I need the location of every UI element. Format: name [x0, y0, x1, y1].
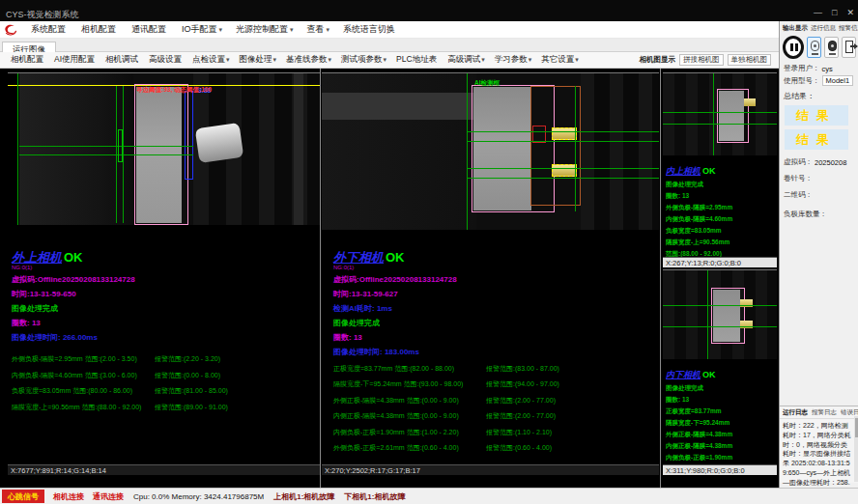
cpu-memory-status: Cpu: 0.0% Memory: 3424.41796875M [133, 492, 264, 501]
pause-button[interactable] [783, 36, 804, 59]
view-separator [660, 69, 661, 488]
roi-pink-box [711, 288, 745, 344]
webcam-icon [811, 41, 819, 51]
cam1-proc-time: 图像处理时间: 266.00ms [12, 332, 316, 343]
cam3-line: 外侧负极-隔膜=2.95mm [666, 204, 776, 212]
camera-view-mode-strip: 相机图显示 拼接相机图 单独相机图 [640, 54, 772, 66]
measure-row: 内侧负极-正极=1.90mm 范围:(1.00 - 2.20)报警范围:(1.1… [333, 428, 652, 437]
cam3-results: 内上相机OK 图像处理完成 圈数: 13 外侧负极-隔膜=2.95mm 内侧负极… [666, 160, 776, 259]
toolbar-other-settings[interactable]: 其它设置▾ [536, 54, 584, 66]
view-mode-label: 相机图显示 [640, 55, 676, 65]
toolbar-camera-config[interactable]: 相机配置 [6, 54, 49, 66]
view-mode-single[interactable]: 单独相机图 [728, 54, 772, 66]
toolbar-advanced-debug[interactable]: 高级调试▾ [443, 54, 490, 66]
cam1-ng-count: NG:0(1) [12, 265, 316, 270]
roi-pink-box [717, 89, 749, 143]
app-logo-icon [3, 23, 18, 37]
model-value[interactable]: Model1 [822, 75, 854, 86]
toolbar-camera-debug[interactable]: 相机调试 [100, 54, 144, 66]
camera-connect-indicator: 相机连接 [53, 491, 84, 502]
cam3-line: 负极宽度=83.05mm [666, 227, 776, 236]
dock-tab-alarm-info[interactable]: 报警信息 [839, 24, 858, 33]
total-result-label: 总结果： [780, 86, 858, 101]
lower-camera-fault: 下相机1:相机故障 [344, 491, 405, 502]
exit-button[interactable] [842, 37, 856, 58]
main-view-area: 73.88 寻边阈值:93, 动态阈值:100 外上相机OK NG:0(1) 虚… [0, 69, 779, 488]
cam1-viewport[interactable]: 73.88 寻边阈值:93, 动态阈值:100 [8, 72, 320, 225]
cam4-line: 内侧负极-正极=1.90mm [666, 454, 776, 462]
cam3-status: OK [702, 166, 716, 176]
login-user-value: cys [822, 65, 833, 73]
tab-strip: 运行图像 [0, 39, 779, 52]
cam4-line: 内侧正极-隔膜=4.38mm [666, 442, 776, 451]
close-button[interactable]: ✕ [846, 8, 854, 17]
menu-item-comm-config[interactable]: 通讯配置 [125, 23, 175, 36]
machine-strip [294, 73, 303, 225]
log-tab-alarm[interactable]: 报警日志 [812, 408, 837, 417]
tab-highlight [552, 164, 577, 177]
toolbar-test-item-params[interactable]: 测试项参数▾ [336, 54, 391, 66]
cam2-count: 圈数: 13 [333, 332, 652, 343]
cam3-line: 隔膜宽度-上=90.56mm [666, 238, 776, 247]
cam2-barcode: 虚拟码:Offline20250208133124728 [333, 274, 652, 285]
cam1-done: 图像处理完成 [12, 303, 316, 314]
cam4-viewport[interactable] [663, 269, 777, 359]
log-scrollbar[interactable] [854, 416, 858, 482]
cam2-status: OK [386, 250, 405, 265]
green-marker-box [118, 129, 123, 162]
edge-threshold-label: 寻边阈值:93, 动态阈值:100 [136, 86, 212, 95]
toolbar-ai-use-config[interactable]: AI使用配置 [49, 54, 100, 66]
measure-row: 隔膜宽度-上=90.56mm 范围:(88.00 - 92.00)报警范围:(8… [12, 403, 316, 412]
cam1-barcode: 虚拟码:Offline20250208133124728 [12, 274, 316, 285]
toolbar-advanced-settings[interactable]: 高级设置 [144, 54, 187, 66]
qr-code-label: 二维码： [784, 190, 813, 200]
green-guide-line [663, 326, 777, 327]
upper-camera-fault: 上相机1:相机故障 [273, 491, 334, 502]
log-tabs: 运行日志 报警日志 错误日志 [780, 406, 858, 419]
cam1-time: 时间:13-31-59-650 [12, 289, 316, 299]
cam2-results: 外下相机OK NG:0(1) 虚拟码:Offline20250208133124… [333, 248, 652, 453]
cam3-viewport[interactable] [663, 72, 777, 155]
vcode-label: 虚拟码： [784, 157, 813, 167]
toolbar-image-processing[interactable]: 图像处理▾ [235, 54, 282, 66]
camera-view-button[interactable] [807, 37, 821, 58]
dock-tab-run-info[interactable]: 运行信息 [811, 24, 836, 33]
machine-band [322, 93, 474, 120]
view-mode-stitched[interactable]: 拼接相机图 [679, 54, 724, 66]
cam4-line: 外侧正极-隔膜=4.38mm [666, 431, 776, 439]
toolbar-spot-check-settings[interactable]: 点检设置▾ [187, 54, 235, 66]
model-label: 使用型号： [784, 76, 820, 86]
menu-item-light-control-config[interactable]: 光源控制配置▾ [229, 23, 300, 36]
menu-item-io-hand-config[interactable]: IO手配置▾ [175, 23, 229, 36]
log-panel: 运行日志 报警日志 错误日志 耗时：222，网络检测耗时：17，网络分类耗时：0… [780, 406, 858, 483]
toolbar-baseline-params[interactable]: 基准线参数▾ [281, 54, 336, 66]
cam2-proc-time: 图像处理时间: 183.00ms [333, 347, 652, 357]
maximize-button[interactable]: □ [832, 8, 837, 17]
camera-dark-button[interactable] [824, 37, 839, 58]
green-guide-line [663, 124, 777, 125]
roi-orange-box [530, 86, 581, 206]
menu-item-view[interactable]: 查看▾ [300, 23, 337, 36]
tab-highlight [552, 127, 577, 140]
cam3-title: 内上相机 [666, 166, 701, 176]
log-tab-run[interactable]: 运行日志 [783, 408, 808, 417]
cam3-line: 圈数: 13 [666, 192, 776, 201]
menu-item-language-switch[interactable]: 系统语言切换 [336, 23, 404, 36]
dock-buttons [780, 35, 858, 62]
menu-item-camera-config[interactable]: 相机配置 [74, 23, 125, 36]
heartbeat-indicator: 心跳信号 [2, 490, 44, 503]
cam4-coords-bar: X:311;Y:980;R:0;G:0;B:0 [663, 464, 777, 475]
green-guide-line [467, 141, 659, 142]
green-guide-line [707, 270, 708, 359]
dock-tab-output[interactable]: 输出显示 [783, 24, 808, 33]
gripper-clamp [195, 123, 244, 163]
toolbar-learning-params[interactable]: 学习参数▾ [490, 54, 537, 66]
green-guide-line [467, 178, 659, 179]
cam4-status: OK [702, 370, 716, 379]
log-scrollbar-thumb[interactable] [855, 418, 858, 437]
menu-item-system-config[interactable]: 系统配置 [24, 23, 74, 36]
measure-blue-box [185, 91, 193, 180]
toolbar-plc-address-table[interactable]: PLC地址表 [391, 54, 443, 66]
minimize-button[interactable]: — [814, 8, 822, 17]
cam2-viewport[interactable]: AI检测框 [322, 72, 659, 230]
